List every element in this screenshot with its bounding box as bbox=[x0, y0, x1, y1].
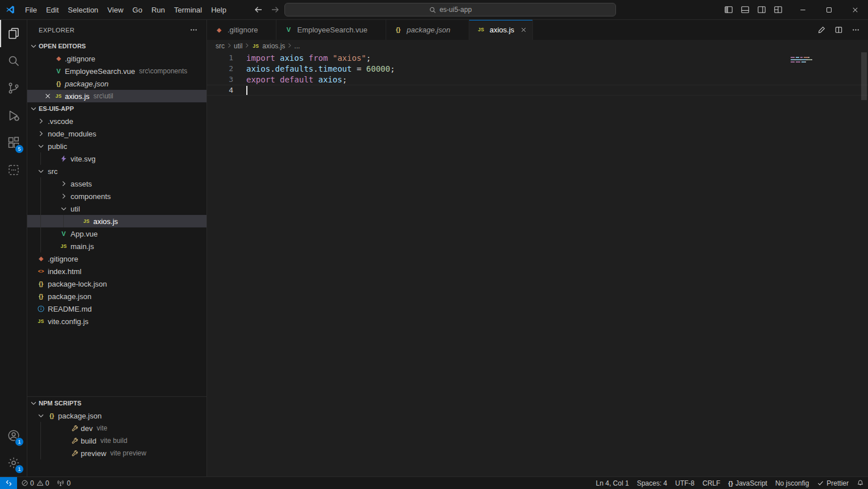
minimize-button[interactable] bbox=[790, 0, 816, 19]
menu-edit[interactable]: Edit bbox=[42, 4, 63, 16]
activity-extensions[interactable]: 5 bbox=[0, 129, 27, 156]
open-editor-axios.js[interactable]: JSaxios.jssrc\util bbox=[27, 90, 206, 102]
notifications-bell[interactable] bbox=[853, 477, 868, 489]
go-forward-icon[interactable] bbox=[268, 3, 282, 16]
maximize-button[interactable] bbox=[816, 0, 842, 19]
menu-file[interactable]: File bbox=[20, 4, 42, 16]
tree-item-README.md[interactable]: README.md bbox=[27, 302, 206, 315]
npm-item-preview[interactable]: previewvite preview bbox=[27, 447, 206, 459]
tree-item-node_modules[interactable]: node_modules bbox=[27, 127, 206, 140]
tree-item-index.html[interactable]: <>index.html bbox=[27, 265, 206, 277]
menu-go[interactable]: Go bbox=[128, 4, 147, 16]
tree-item-public[interactable]: public bbox=[27, 140, 206, 152]
tab-.gitignore[interactable]: ◆.gitignore bbox=[207, 20, 276, 40]
menu-selection[interactable]: Selection bbox=[63, 4, 102, 16]
npm-item-package.json[interactable]: {}package.json bbox=[27, 409, 206, 422]
close-editor-icon[interactable] bbox=[42, 90, 53, 102]
folder-label: public bbox=[48, 142, 67, 151]
activity-accounts[interactable]: 1 bbox=[0, 422, 27, 449]
tree-item-assets[interactable]: assets bbox=[27, 177, 206, 190]
close-window-button[interactable] bbox=[842, 0, 868, 19]
npm-item-build[interactable]: buildvite build bbox=[27, 434, 206, 447]
project-header[interactable]: ES-UI5-APP bbox=[27, 102, 206, 115]
npm-item-dev[interactable]: devvite bbox=[27, 422, 206, 434]
code-line-1[interactable]: 1import axios from "axios"; bbox=[207, 52, 868, 63]
tab-axios.js[interactable]: JSaxios.js bbox=[469, 20, 533, 40]
file-label: package.json bbox=[48, 292, 92, 301]
file-label: package-lock.json bbox=[48, 280, 107, 288]
tab-EmployeeSearch.vue[interactable]: VEmployeeSearch.vue bbox=[276, 20, 386, 40]
toggle-panel-icon[interactable] bbox=[738, 3, 752, 16]
vite-file-icon bbox=[58, 152, 69, 165]
tree-item-main.js[interactable]: JSmain.js bbox=[27, 240, 206, 252]
breadcrumb-item-src[interactable]: src bbox=[216, 42, 225, 50]
tree-item-util[interactable]: util bbox=[27, 202, 206, 215]
minimap-line bbox=[791, 57, 809, 58]
more-actions-icon[interactable] bbox=[849, 23, 862, 37]
status-indentation[interactable]: Spaces: 4 bbox=[633, 477, 671, 489]
tree-item-components[interactable]: components bbox=[27, 190, 206, 202]
status-jsconfig[interactable]: No jsconfig bbox=[771, 477, 813, 489]
status-language-mode[interactable]: {}JavaScript bbox=[724, 477, 771, 489]
tree-item-App.vue[interactable]: VApp.vue bbox=[27, 227, 206, 240]
npm-scripts-header[interactable]: NPM SCRIPTS bbox=[27, 397, 206, 409]
editor-scrollbar[interactable] bbox=[860, 52, 868, 476]
menu-view[interactable]: View bbox=[103, 4, 128, 16]
ports-indicator[interactable]: 0 bbox=[53, 477, 75, 489]
chevron-down-icon bbox=[58, 202, 69, 215]
js-icon: JS bbox=[476, 24, 486, 36]
tree-item-axios.js[interactable]: JSaxios.js bbox=[27, 215, 206, 227]
tree-item-vite.config.js[interactable]: JSvite.config.js bbox=[27, 315, 206, 328]
tab-package.json[interactable]: {}package.json bbox=[386, 20, 469, 40]
menu-help[interactable]: Help bbox=[206, 4, 231, 16]
status-encoding[interactable]: UTF-8 bbox=[671, 477, 698, 489]
pencil-icon[interactable] bbox=[815, 23, 828, 37]
remote-indicator[interactable] bbox=[0, 477, 17, 489]
git-icon: ◆ bbox=[53, 52, 64, 65]
activity-manage[interactable]: 1 bbox=[0, 449, 27, 476]
customize-layout-icon[interactable] bbox=[771, 3, 785, 16]
toggle-primary-sidebar-icon[interactable] bbox=[722, 3, 735, 16]
menu-terminal[interactable]: Terminal bbox=[170, 4, 206, 16]
activity-remote-explorer[interactable] bbox=[0, 156, 27, 184]
go-back-icon[interactable] bbox=[251, 3, 265, 16]
command-center-search[interactable]: es-ui5-app bbox=[284, 3, 616, 16]
activity-run-and-debug[interactable] bbox=[0, 102, 27, 129]
tree-item-vite.svg[interactable]: vite.svg bbox=[27, 152, 206, 165]
tree-item-package.json[interactable]: {}package.json bbox=[27, 290, 206, 302]
status-cursor-position[interactable]: Ln 4, Col 1 bbox=[592, 477, 633, 489]
breadcrumb-item-...[interactable]: ... bbox=[294, 42, 300, 50]
open-editor-EmployeeSearch.vue[interactable]: VEmployeeSearch.vuesrc\components bbox=[27, 65, 206, 77]
problems-indicator[interactable]: 0 0 bbox=[17, 477, 53, 489]
chevron-right-icon bbox=[243, 42, 250, 51]
scrollbar-slider[interactable] bbox=[861, 52, 867, 100]
breadcrumb-item-util[interactable]: util bbox=[234, 42, 242, 50]
code-line-4[interactable]: 4 bbox=[207, 85, 868, 96]
breadcrumb-item-axios.js[interactable]: JSaxios.js bbox=[251, 40, 285, 52]
activity-source-control[interactable] bbox=[0, 74, 27, 102]
open-editors-header[interactable]: OPEN EDITORS bbox=[27, 40, 206, 52]
status-formatter[interactable]: Prettier bbox=[813, 477, 853, 489]
source-control-icon bbox=[7, 81, 20, 95]
search-icon bbox=[429, 6, 436, 14]
close-tab-icon[interactable] bbox=[518, 24, 529, 36]
tree-item-.gitignore[interactable]: ◆.gitignore bbox=[27, 252, 206, 265]
tree-item-src[interactable]: src bbox=[27, 165, 206, 177]
activity-explorer[interactable] bbox=[0, 20, 27, 47]
chevron-down-icon bbox=[35, 165, 47, 177]
open-editor-.gitignore[interactable]: ◆.gitignore bbox=[27, 52, 206, 65]
tree-item-package-lock.json[interactable]: {}package-lock.json bbox=[27, 277, 206, 290]
code-line-3[interactable]: 3export default axios; bbox=[207, 74, 868, 85]
code-text: import axios from "axios"; bbox=[233, 53, 371, 63]
code-editor[interactable]: 1import axios from "axios";2axios.defaul… bbox=[207, 52, 868, 476]
code-line-2[interactable]: 2axios.defaults.timeout = 60000; bbox=[207, 63, 868, 74]
open-editor-package.json[interactable]: {}package.json bbox=[27, 77, 206, 90]
explorer-more-actions-icon[interactable] bbox=[187, 24, 200, 36]
menu-run[interactable]: Run bbox=[147, 4, 170, 16]
minimap[interactable] bbox=[791, 57, 813, 65]
tree-item-.vscode[interactable]: .vscode bbox=[27, 115, 206, 127]
activity-search[interactable] bbox=[0, 47, 27, 74]
status-eol[interactable]: CRLF bbox=[698, 477, 724, 489]
split-editor-icon[interactable] bbox=[832, 23, 845, 37]
toggle-secondary-sidebar-icon[interactable] bbox=[755, 3, 768, 16]
